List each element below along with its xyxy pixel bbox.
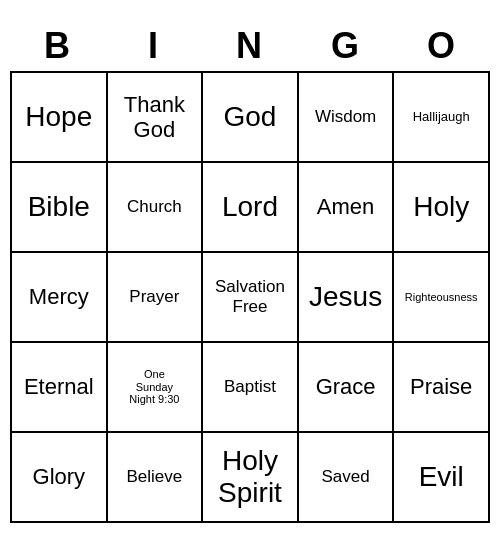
cell-text: Praise xyxy=(410,374,472,399)
cell-text: Baptist xyxy=(224,377,276,397)
bingo-cell[interactable]: Hope xyxy=(12,73,108,163)
bingo-cell[interactable]: Grace xyxy=(299,343,395,433)
cell-text: SalvationFree xyxy=(215,277,285,316)
cell-text: ThankGod xyxy=(124,92,185,143)
cell-text: Hope xyxy=(25,101,92,133)
header-letter: B xyxy=(10,21,106,71)
header-letter: N xyxy=(202,21,298,71)
cell-text: Glory xyxy=(33,464,86,489)
cell-text: Prayer xyxy=(129,287,179,307)
bingo-cell[interactable]: Glory xyxy=(12,433,108,523)
bingo-cell[interactable]: Wisdom xyxy=(299,73,395,163)
bingo-cell[interactable]: Prayer xyxy=(108,253,204,343)
bingo-cell[interactable]: Amen xyxy=(299,163,395,253)
bingo-cell[interactable]: Holy xyxy=(394,163,490,253)
cell-text: HolySpirit xyxy=(218,445,282,509)
cell-text: Hallijaugh xyxy=(413,110,470,125)
cell-text: OneSundayNight 9:30 xyxy=(129,368,179,406)
bingo-cell[interactable]: Hallijaugh xyxy=(394,73,490,163)
bingo-cell[interactable]: Church xyxy=(108,163,204,253)
cell-text: Eternal xyxy=(24,374,94,399)
bingo-cell[interactable]: Lord xyxy=(203,163,299,253)
cell-text: Bible xyxy=(28,191,90,223)
bingo-cell[interactable]: Evil xyxy=(394,433,490,523)
header-letter: O xyxy=(394,21,490,71)
cell-text: Believe xyxy=(127,467,183,487)
bingo-cell[interactable]: Jesus xyxy=(299,253,395,343)
cell-text: Jesus xyxy=(309,281,382,313)
cell-text: Church xyxy=(127,197,182,217)
bingo-cell[interactable]: Believe xyxy=(108,433,204,523)
header-letter: G xyxy=(298,21,394,71)
bingo-cell[interactable]: Praise xyxy=(394,343,490,433)
bingo-cell[interactable]: Saved xyxy=(299,433,395,523)
bingo-cell[interactable]: ThankGod xyxy=(108,73,204,163)
bingo-cell[interactable]: Baptist xyxy=(203,343,299,433)
cell-text: Saved xyxy=(321,467,369,487)
bingo-cell[interactable]: Mercy xyxy=(12,253,108,343)
cell-text: Mercy xyxy=(29,284,89,309)
bingo-cell[interactable]: SalvationFree xyxy=(203,253,299,343)
bingo-card: BINGO HopeThankGodGodWisdomHallijaughBib… xyxy=(10,21,490,523)
cell-text: Evil xyxy=(419,461,464,493)
bingo-header: BINGO xyxy=(10,21,490,71)
cell-text: Grace xyxy=(316,374,376,399)
bingo-cell[interactable]: God xyxy=(203,73,299,163)
cell-text: Wisdom xyxy=(315,107,376,127)
cell-text: Holy xyxy=(413,191,469,223)
header-letter: I xyxy=(106,21,202,71)
bingo-cell[interactable]: Eternal xyxy=(12,343,108,433)
cell-text: Righteousness xyxy=(405,291,478,304)
bingo-cell[interactable]: HolySpirit xyxy=(203,433,299,523)
cell-text: God xyxy=(224,101,277,133)
bingo-cell[interactable]: Bible xyxy=(12,163,108,253)
bingo-grid: HopeThankGodGodWisdomHallijaughBibleChur… xyxy=(10,71,490,523)
bingo-cell[interactable]: OneSundayNight 9:30 xyxy=(108,343,204,433)
bingo-cell[interactable]: Righteousness xyxy=(394,253,490,343)
cell-text: Lord xyxy=(222,191,278,223)
cell-text: Amen xyxy=(317,194,374,219)
